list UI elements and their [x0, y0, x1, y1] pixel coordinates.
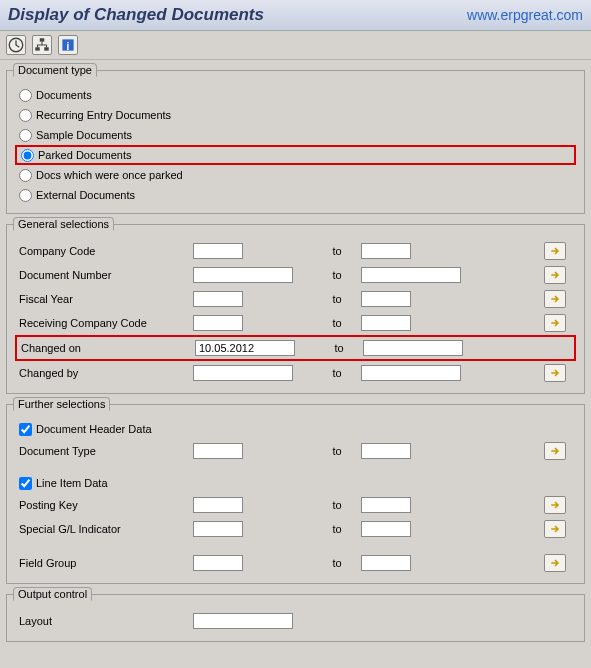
- radio-sample[interactable]: Sample Documents: [15, 125, 576, 145]
- radio-label: Sample Documents: [36, 129, 132, 141]
- document-number-to[interactable]: [361, 267, 461, 283]
- field-group-to[interactable]: [361, 555, 411, 571]
- checkbox-input[interactable]: [19, 423, 32, 436]
- multi-select-button[interactable]: [544, 314, 566, 332]
- field-label: Document Type: [19, 445, 189, 457]
- row-fiscal-year: Fiscal Year to: [15, 287, 576, 311]
- section-document-type: Document type Documents Recurring Entry …: [6, 70, 585, 214]
- multi-select-button[interactable]: [544, 364, 566, 382]
- clock-icon[interactable]: [6, 35, 26, 55]
- to-label: to: [319, 342, 359, 354]
- checkbox-label: Document Header Data: [36, 423, 152, 435]
- multi-select-button[interactable]: [544, 496, 566, 514]
- radio-input[interactable]: [21, 149, 34, 162]
- radio-label: Recurring Entry Documents: [36, 109, 171, 121]
- field-label: Document Number: [19, 269, 189, 281]
- check-document-header[interactable]: Document Header Data: [15, 419, 576, 439]
- row-posting-key: Posting Key to: [15, 493, 576, 517]
- to-label: to: [317, 317, 357, 329]
- radio-label: Parked Documents: [38, 149, 132, 161]
- page-title: Display of Changed Documents: [8, 5, 264, 25]
- section-legend: Further selections: [13, 397, 110, 411]
- fiscal-year-from[interactable]: [193, 291, 243, 307]
- field-label: Field Group: [19, 557, 189, 569]
- radio-once-parked[interactable]: Docs which were once parked: [15, 165, 576, 185]
- field-label: Changed on: [21, 342, 191, 354]
- row-special-gl: Special G/L Indicator to: [15, 517, 576, 541]
- to-label: to: [317, 445, 357, 457]
- field-label: Fiscal Year: [19, 293, 189, 305]
- svg-rect-3: [44, 47, 49, 50]
- changed-by-from[interactable]: [193, 365, 293, 381]
- multi-select-button[interactable]: [544, 554, 566, 572]
- receiving-company-code-to[interactable]: [361, 315, 411, 331]
- section-output-control: Output control Layout: [6, 594, 585, 642]
- document-type-to[interactable]: [361, 443, 411, 459]
- multi-select-button[interactable]: [544, 290, 566, 308]
- radio-input[interactable]: [19, 129, 32, 142]
- section-further-selections: Further selections Document Header Data …: [6, 404, 585, 584]
- hierarchy-icon[interactable]: [32, 35, 52, 55]
- radio-recurring[interactable]: Recurring Entry Documents: [15, 105, 576, 125]
- to-label: to: [317, 499, 357, 511]
- row-document-type: Document Type to: [15, 439, 576, 463]
- changed-on-to[interactable]: [363, 340, 463, 356]
- radio-label: External Documents: [36, 189, 135, 201]
- document-number-from[interactable]: [193, 267, 293, 283]
- radio-label: Docs which were once parked: [36, 169, 183, 181]
- row-receiving-company-code: Receiving Company Code to: [15, 311, 576, 335]
- company-code-from[interactable]: [193, 243, 243, 259]
- field-group-from[interactable]: [193, 555, 243, 571]
- to-label: to: [317, 269, 357, 281]
- layout-input[interactable]: [193, 613, 293, 629]
- radio-parked[interactable]: Parked Documents: [15, 145, 576, 165]
- row-changed-on: Changed on to: [15, 335, 576, 361]
- section-legend: General selections: [13, 217, 114, 231]
- svg-rect-1: [40, 38, 45, 41]
- checkbox-label: Line Item Data: [36, 477, 108, 489]
- receiving-company-code-from[interactable]: [193, 315, 243, 331]
- multi-select-button[interactable]: [544, 442, 566, 460]
- radio-external[interactable]: External Documents: [15, 185, 576, 205]
- info-icon[interactable]: i: [58, 35, 78, 55]
- field-label: Layout: [19, 615, 189, 627]
- multi-select-button[interactable]: [544, 266, 566, 284]
- document-type-from[interactable]: [193, 443, 243, 459]
- special-gl-to[interactable]: [361, 521, 411, 537]
- check-line-item[interactable]: Line Item Data: [15, 473, 576, 493]
- svg-rect-2: [35, 47, 40, 50]
- row-changed-by: Changed by to: [15, 361, 576, 385]
- field-label: Changed by: [19, 367, 189, 379]
- changed-on-from[interactable]: [195, 340, 295, 356]
- to-label: to: [317, 523, 357, 535]
- to-label: to: [317, 367, 357, 379]
- field-label: Receiving Company Code: [19, 317, 189, 329]
- fiscal-year-to[interactable]: [361, 291, 411, 307]
- field-label: Posting Key: [19, 499, 189, 511]
- toolbar: i: [0, 31, 591, 60]
- to-label: to: [317, 293, 357, 305]
- multi-select-button[interactable]: [544, 520, 566, 538]
- radio-input[interactable]: [19, 109, 32, 122]
- radio-documents[interactable]: Documents: [15, 85, 576, 105]
- watermark: www.erpgreat.com: [467, 7, 583, 23]
- special-gl-from[interactable]: [193, 521, 243, 537]
- checkbox-input[interactable]: [19, 477, 32, 490]
- section-legend: Output control: [13, 587, 92, 601]
- company-code-to[interactable]: [361, 243, 411, 259]
- radio-label: Documents: [36, 89, 92, 101]
- to-label: to: [317, 245, 357, 257]
- radio-input[interactable]: [19, 189, 32, 202]
- multi-select-button[interactable]: [544, 242, 566, 260]
- posting-key-from[interactable]: [193, 497, 243, 513]
- row-document-number: Document Number to: [15, 263, 576, 287]
- row-field-group: Field Group to: [15, 551, 576, 575]
- field-label: Company Code: [19, 245, 189, 257]
- svg-text:i: i: [67, 41, 70, 52]
- row-layout: Layout: [15, 609, 576, 633]
- changed-by-to[interactable]: [361, 365, 461, 381]
- radio-input[interactable]: [19, 89, 32, 102]
- posting-key-to[interactable]: [361, 497, 411, 513]
- section-general-selections: General selections Company Code to Docum…: [6, 224, 585, 394]
- radio-input[interactable]: [19, 169, 32, 182]
